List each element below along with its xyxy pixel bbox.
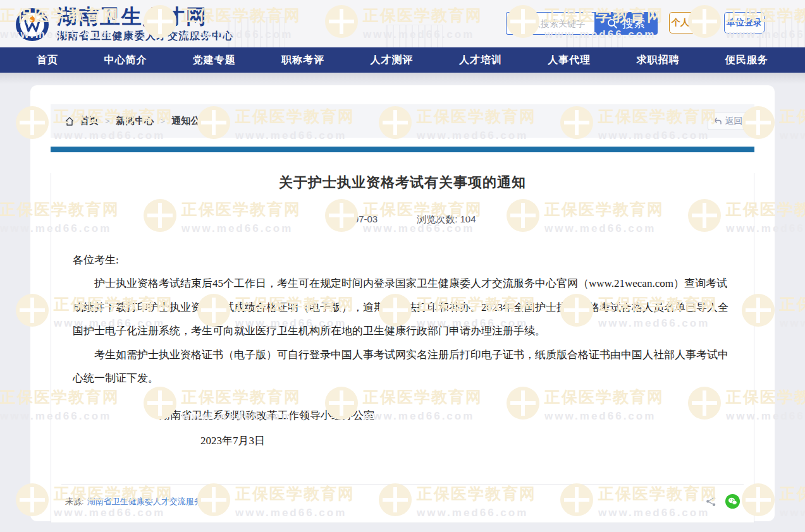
- wechat-share-icon[interactable]: [725, 494, 740, 509]
- nav-item-talent-assess[interactable]: 人才测评: [371, 54, 414, 67]
- back-button[interactable]: 返回: [708, 112, 748, 130]
- nav-item-title-exam[interactable]: 职称考评: [281, 54, 324, 67]
- site-logo[interactable]: 湖南卫生人才网 湖南省卫生健康委人才交流服务中心: [15, 6, 234, 43]
- breadcrumb-separator: >: [161, 116, 166, 126]
- content-panel: 首页 > 新闻中心 > 通知公告 返回 关于护士执业资格考试有关事项的通知 20…: [30, 85, 775, 521]
- nav-item-jobs[interactable]: 求职招聘: [637, 54, 680, 67]
- building-art: [386, 25, 443, 47]
- watermark-brand: 正保医学教育网: [780, 106, 805, 127]
- nav-item-party[interactable]: 党建专题: [193, 54, 236, 67]
- breadcrumb-news-center[interactable]: 新闻中心: [116, 115, 154, 127]
- article-views: 浏览次数: 104: [417, 214, 476, 226]
- article-paragraph: 考生如需护士执业资格证书（电子版）可自行登录中国人事考试网实名注册后打印电子证书…: [73, 343, 732, 390]
- source-label: 来源:: [65, 496, 84, 507]
- search-button-label: 搜索: [622, 16, 645, 31]
- search-button[interactable]: 搜索: [594, 12, 658, 35]
- search-group: 搜索: [506, 12, 658, 35]
- unit-login-button[interactable]: 单位登录: [724, 12, 765, 33]
- search-icon: [607, 18, 618, 29]
- personal-login-button[interactable]: 个人登录: [669, 12, 710, 33]
- logo-badge-icon: [15, 8, 49, 42]
- nav-item-talent-training[interactable]: 人才培训: [459, 54, 502, 67]
- watermark-url: www.med66.com: [780, 130, 805, 142]
- site-title: 湖南卫生人才网: [57, 6, 234, 28]
- watermark-url: www.med66.com: [780, 507, 805, 519]
- breadcrumb-separator: >: [105, 116, 110, 126]
- nav-item-home[interactable]: 首页: [37, 54, 58, 67]
- breadcrumb: 首页 > 新闻中心 > 通知公告 返回: [51, 104, 754, 138]
- nav-item-center-intro[interactable]: 中心简介: [104, 54, 147, 67]
- source-link[interactable]: 湖南省卫生健康委人才交流服务中心: [87, 496, 219, 507]
- article-sign-date: 2023年7月3日: [73, 429, 732, 452]
- article-meta: 2023-07-03 浏览次数: 104: [51, 214, 754, 226]
- watermark-url: www.med66.com: [780, 317, 805, 330]
- article-title: 关于护士执业资格考试有关事项的通知: [51, 173, 754, 192]
- article-signature: 湖南省卫生系列职称改革工作领导小组办公室: [73, 404, 732, 427]
- share-box: [706, 494, 740, 509]
- site-subtitle: 湖南省卫生健康委人才交流服务中心: [57, 30, 234, 43]
- main-nav: 首页 中心简介 党建专题 职称考评 人才测评 人才培训 人事代理 求职招聘 便民…: [0, 47, 805, 73]
- watermark-brand: 正保医学教育网: [780, 294, 805, 315]
- nav-item-services[interactable]: 便民服务: [725, 54, 768, 67]
- nav-shadow: [0, 73, 805, 84]
- building-art: [759, 13, 805, 47]
- accent-bar: [51, 147, 754, 152]
- nav-item-hr-agency[interactable]: 人事代理: [548, 54, 591, 67]
- back-button-label: 返回: [725, 116, 743, 127]
- home-icon: [65, 116, 75, 126]
- watermark-brand: 正保医学教育网: [780, 483, 805, 504]
- site-header: 湖南卫生人才网 湖南省卫生健康委人才交流服务中心 搜索 个人登录 单位登录: [0, 0, 805, 47]
- source-row: 来源: 湖南省卫生健康委人才交流服务中心: [61, 484, 744, 509]
- breadcrumb-notices[interactable]: 通知公告: [171, 115, 209, 127]
- article-salutation: 各位考生:: [73, 248, 732, 272]
- article-paragraph: 护士执业资格考试结束后45个工作日，考生可在规定时间内登录国家卫生健康委人才交流…: [73, 272, 732, 342]
- building-art: [228, 17, 285, 47]
- share-icon[interactable]: [706, 496, 716, 507]
- back-arrow-icon: [713, 117, 722, 125]
- article-date: 2023-07-03: [329, 214, 378, 226]
- breadcrumb-home[interactable]: 首页: [80, 115, 99, 127]
- article-body: 各位考生: 护士执业资格考试结束后45个工作日，考生可在规定时间内登录国家卫生健…: [73, 248, 732, 452]
- search-input[interactable]: [506, 12, 594, 35]
- article-card: 关于护士执业资格考试有关事项的通知 2023-07-03 浏览次数: 104 各…: [51, 173, 754, 523]
